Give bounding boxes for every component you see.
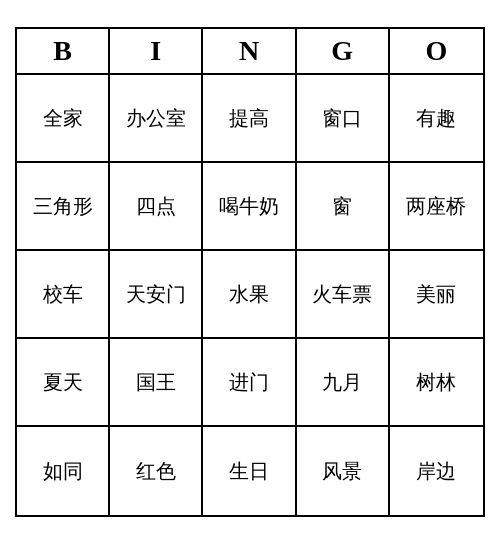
header-letter-b: B <box>17 29 110 73</box>
grid-cell-22: 生日 <box>203 427 296 515</box>
grid-cell-24: 岸边 <box>390 427 483 515</box>
grid-cell-19: 树林 <box>390 339 483 427</box>
grid-cell-16: 国王 <box>110 339 203 427</box>
grid-cell-4: 有趣 <box>390 75 483 163</box>
grid-cell-17: 进门 <box>203 339 296 427</box>
grid-cell-8: 窗 <box>297 163 390 251</box>
grid-cell-6: 四点 <box>110 163 203 251</box>
grid-cell-13: 火车票 <box>297 251 390 339</box>
header-letter-n: N <box>203 29 296 73</box>
grid-cell-18: 九月 <box>297 339 390 427</box>
bingo-board: BINGO 全家办公室提高窗口有趣三角形四点喝牛奶窗两座桥校车天安门水果火车票美… <box>15 27 485 517</box>
grid-cell-9: 两座桥 <box>390 163 483 251</box>
grid-cell-21: 红色 <box>110 427 203 515</box>
grid-cell-7: 喝牛奶 <box>203 163 296 251</box>
grid-cell-14: 美丽 <box>390 251 483 339</box>
grid-cell-0: 全家 <box>17 75 110 163</box>
grid-cell-3: 窗口 <box>297 75 390 163</box>
grid-cell-5: 三角形 <box>17 163 110 251</box>
grid-cell-23: 风景 <box>297 427 390 515</box>
header-letter-i: I <box>110 29 203 73</box>
grid-cell-2: 提高 <box>203 75 296 163</box>
grid-cell-1: 办公室 <box>110 75 203 163</box>
header-letter-g: G <box>297 29 390 73</box>
grid-cell-10: 校车 <box>17 251 110 339</box>
bingo-grid: 全家办公室提高窗口有趣三角形四点喝牛奶窗两座桥校车天安门水果火车票美丽夏天国王进… <box>17 75 483 515</box>
grid-cell-15: 夏天 <box>17 339 110 427</box>
bingo-header: BINGO <box>17 29 483 75</box>
grid-cell-20: 如同 <box>17 427 110 515</box>
grid-cell-12: 水果 <box>203 251 296 339</box>
grid-cell-11: 天安门 <box>110 251 203 339</box>
header-letter-o: O <box>390 29 483 73</box>
